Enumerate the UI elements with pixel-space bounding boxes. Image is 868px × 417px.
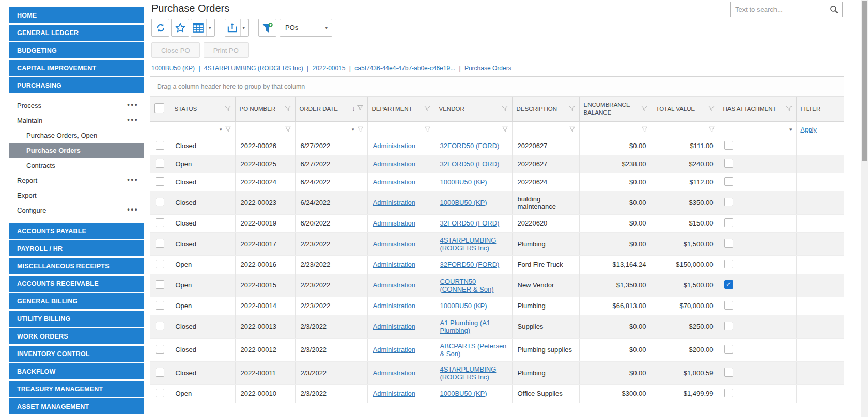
department-link[interactable]: Administration: [373, 240, 415, 248]
filter-funnel-icon[interactable]: [786, 105, 792, 113]
column-header-encumbrance-balance[interactable]: ENCUMBRANCE BALANCE: [579, 97, 652, 121]
vendor-link[interactable]: 1000BU50 (KP): [440, 302, 487, 310]
attachment-checkbox[interactable]: [724, 260, 733, 268]
department-link[interactable]: Administration: [373, 346, 415, 354]
chevron-down-icon[interactable]: ▾: [789, 126, 792, 132]
sidebar-module[interactable]: ACCOUNTS PAYABLE: [9, 223, 144, 239]
attachment-checkbox[interactable]: [724, 141, 733, 150]
attachment-checkbox[interactable]: [724, 345, 733, 354]
sidebar-submenu-item[interactable]: Report ●●●: [9, 173, 144, 188]
sidebar-module[interactable]: HOME: [9, 7, 144, 23]
filter-add-button[interactable]: [258, 19, 276, 37]
vendor-link[interactable]: 1000BU50 (KP): [440, 390, 487, 397]
row-select-checkbox[interactable]: [156, 301, 164, 310]
column-header-po-number[interactable]: PO NUMBER: [235, 97, 295, 121]
group-by-bar[interactable]: Drag a column header here to group by th…: [150, 77, 844, 97]
department-link[interactable]: Administration: [373, 302, 415, 310]
ellipsis-menu-icon[interactable]: ●●●: [127, 177, 138, 182]
ellipsis-menu-icon[interactable]: ●●●: [127, 117, 138, 122]
department-filter-cell[interactable]: [367, 121, 435, 137]
attachment-checkbox[interactable]: [724, 280, 733, 289]
filter-funnel-icon[interactable]: [357, 106, 363, 112]
sidebar-submenu-item[interactable]: Contracts: [9, 158, 144, 173]
filter-funnel-icon[interactable]: [502, 105, 508, 113]
row-select-checkbox[interactable]: [156, 389, 164, 397]
sidebar-submenu-item[interactable]: Configure ●●●: [9, 203, 144, 218]
row-select-checkbox[interactable]: [156, 345, 164, 354]
department-link[interactable]: Administration: [373, 199, 415, 206]
row-select-checkbox[interactable]: [156, 218, 164, 227]
export-button[interactable]: ▾: [225, 19, 249, 37]
sidebar-module[interactable]: INVENTORY CONTROL: [9, 346, 144, 362]
department-link[interactable]: Administration: [373, 142, 415, 150]
table-view-dropdown-caret[interactable]: ▾: [206, 19, 213, 36]
sidebar-module[interactable]: BACKFLOW: [9, 363, 144, 379]
sidebar-submenu-item[interactable]: Maintain ●●●: [9, 113, 144, 128]
table-view-button[interactable]: ▾: [191, 19, 215, 37]
has-attachment-filter-cell[interactable]: ▾: [719, 121, 796, 137]
scrollbar-thumb[interactable]: [862, 1, 867, 161]
filter-funnel-icon[interactable]: [708, 105, 715, 113]
close-po-button[interactable]: Close PO: [151, 42, 200, 58]
column-header-total-value[interactable]: TOTAL VALUE: [652, 97, 719, 121]
attachment-checkbox[interactable]: [724, 239, 733, 248]
refresh-button[interactable]: [151, 19, 169, 37]
breadcrumb-link[interactable]: ca5f7436-44e4-47b7-ab0e-c46e19...: [354, 65, 455, 72]
vendor-link[interactable]: 32FORD50 (FORD): [440, 160, 500, 168]
row-select-checkbox[interactable]: [156, 239, 164, 248]
description-filter-cell[interactable]: [512, 121, 579, 137]
department-link[interactable]: Administration: [373, 178, 415, 186]
view-select[interactable]: POs ▾: [280, 19, 332, 37]
attachment-checkbox[interactable]: [724, 368, 733, 377]
vendor-link[interactable]: COURTN50 (CONNER & Son): [440, 278, 494, 293]
sidebar-submenu-item[interactable]: Purchase Orders: [9, 143, 144, 158]
vendor-link[interactable]: A1 Plumbing (A1 Plumbing): [440, 319, 491, 334]
order-date-filter-cell[interactable]: ▾: [295, 121, 367, 137]
filter-funnel-icon[interactable]: [285, 105, 291, 113]
attachment-checkbox[interactable]: [724, 301, 733, 310]
attachment-checkbox[interactable]: [724, 198, 733, 206]
sidebar-module[interactable]: BUDGETING: [9, 42, 144, 58]
column-header-order-date[interactable]: ORDER DATE ↓: [295, 97, 367, 121]
sidebar-submenu-item[interactable]: Process ●●●: [9, 98, 144, 113]
vendor-link[interactable]: 32FORD50 (FORD): [440, 142, 500, 150]
row-select-checkbox[interactable]: [156, 368, 164, 377]
favorite-button[interactable]: [171, 19, 189, 37]
attachment-checkbox[interactable]: [724, 159, 733, 168]
vendor-link[interactable]: 4STARPLUMBING (RODGERS Inc): [440, 365, 497, 381]
vendor-link[interactable]: 32FORD50 (FORD): [440, 219, 500, 227]
department-link[interactable]: Administration: [373, 390, 415, 397]
export-dropdown-caret[interactable]: ▾: [240, 19, 247, 36]
ellipsis-menu-icon[interactable]: ●●●: [127, 207, 138, 212]
status-filter-cell[interactable]: ▾: [170, 121, 235, 137]
column-header-has-attachment[interactable]: HAS ATTACHMENT: [719, 97, 796, 121]
chevron-down-icon[interactable]: ▾: [220, 126, 222, 132]
vendor-link[interactable]: ABCPARTS (Petersen & Son): [440, 342, 507, 358]
attachment-checkbox[interactable]: [724, 389, 733, 397]
column-header-description[interactable]: DESCRIPTION: [512, 97, 579, 121]
attachment-checkbox[interactable]: [724, 322, 733, 330]
row-select-checkbox[interactable]: [156, 260, 164, 268]
row-select-checkbox[interactable]: [156, 177, 164, 186]
sidebar-module[interactable]: UTILITY BILLING: [9, 311, 144, 327]
department-link[interactable]: Administration: [373, 323, 415, 330]
sidebar-module[interactable]: GENERAL BILLING: [9, 293, 144, 309]
total-value-filter-cell[interactable]: [652, 121, 719, 137]
breadcrumb-link[interactable]: 1000BU50 (KP): [151, 65, 195, 72]
encumbrance-filter-cell[interactable]: [579, 121, 652, 137]
filter-funnel-icon[interactable]: [569, 105, 575, 113]
sidebar-module[interactable]: ACCOUNTS RECEIVABLE: [9, 276, 144, 292]
sidebar-module[interactable]: PURCHASING: [9, 77, 144, 93]
vertical-scrollbar[interactable]: [861, 0, 868, 417]
sidebar-module[interactable]: ASSET MANAGEMENT: [9, 398, 144, 414]
column-header-vendor[interactable]: VENDOR: [435, 97, 512, 121]
row-select-checkbox[interactable]: [156, 141, 164, 150]
vendor-filter-cell[interactable]: [435, 121, 512, 137]
chevron-down-icon[interactable]: ▾: [352, 126, 354, 132]
breadcrumb-link[interactable]: 2022-00015: [312, 65, 345, 72]
vendor-link[interactable]: 1000BU50 (KP): [440, 178, 487, 186]
row-select-checkbox[interactable]: [156, 159, 164, 168]
row-select-checkbox[interactable]: [156, 198, 164, 206]
column-header-status[interactable]: STATUS: [170, 97, 235, 121]
ellipsis-menu-icon[interactable]: ●●●: [127, 102, 138, 107]
